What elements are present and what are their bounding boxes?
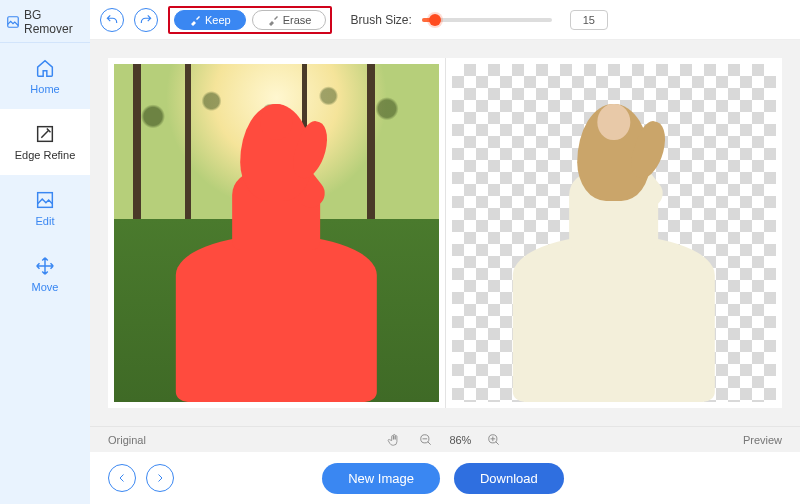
app-title-bar: BG Remover bbox=[0, 0, 90, 43]
redo-button[interactable] bbox=[134, 8, 158, 32]
undo-button[interactable] bbox=[100, 8, 124, 32]
edit-icon bbox=[34, 189, 56, 211]
sidebar-item-move[interactable]: Move bbox=[0, 241, 90, 307]
preview-image[interactable] bbox=[452, 64, 777, 402]
brush-size-slider[interactable] bbox=[422, 18, 552, 22]
erase-button[interactable]: Erase bbox=[252, 10, 327, 30]
brush-size-label: Brush Size: bbox=[350, 13, 411, 27]
canvas-area bbox=[90, 40, 800, 426]
redo-icon bbox=[139, 13, 153, 27]
status-center: 86% bbox=[160, 431, 729, 449]
toolbar: Keep Erase Brush Size: 15 bbox=[90, 0, 800, 40]
brush-erase-icon bbox=[267, 14, 279, 26]
footer-bar: New Image Download bbox=[90, 452, 800, 504]
erase-label: Erase bbox=[283, 14, 312, 26]
chevron-left-icon bbox=[116, 472, 128, 484]
sidebar-item-home[interactable]: Home bbox=[0, 43, 90, 109]
keep-erase-highlight: Keep Erase bbox=[168, 6, 332, 34]
sidebar-item-label: Edge Refine bbox=[15, 149, 76, 161]
brush-keep-icon bbox=[189, 14, 201, 26]
brush-size-value[interactable]: 15 bbox=[570, 10, 608, 30]
original-label: Original bbox=[108, 434, 146, 446]
sidebar-item-label: Home bbox=[30, 83, 59, 95]
svg-rect-2 bbox=[38, 193, 53, 208]
edge-refine-icon bbox=[34, 123, 56, 145]
preview-panel bbox=[445, 58, 783, 408]
app-root: BG Remover Home Edge Refine Edit Move bbox=[0, 0, 800, 504]
move-icon bbox=[34, 255, 56, 277]
sidebar-item-edge-refine[interactable]: Edge Refine bbox=[0, 109, 90, 175]
next-button[interactable] bbox=[146, 464, 174, 492]
subject-cutout bbox=[513, 98, 714, 402]
sidebar: BG Remover Home Edge Refine Edit Move bbox=[0, 0, 90, 504]
sidebar-item-label: Move bbox=[32, 281, 59, 293]
hand-icon bbox=[387, 433, 401, 447]
status-bar: Original 86% Preview bbox=[90, 426, 800, 452]
main-area: Keep Erase Brush Size: 15 bbox=[90, 0, 800, 504]
undo-icon bbox=[105, 13, 119, 27]
app-title: BG Remover bbox=[24, 8, 84, 36]
download-button[interactable]: Download bbox=[454, 463, 564, 494]
chevron-right-icon bbox=[154, 472, 166, 484]
pan-button[interactable] bbox=[385, 431, 403, 449]
zoom-in-button[interactable] bbox=[485, 431, 503, 449]
original-panel bbox=[108, 58, 445, 408]
footer-actions: New Image Download bbox=[184, 463, 702, 494]
zoom-in-icon bbox=[487, 433, 501, 447]
keep-label: Keep bbox=[205, 14, 231, 26]
sidebar-item-label: Edit bbox=[36, 215, 55, 227]
app-logo-icon bbox=[6, 15, 20, 29]
subject-mask bbox=[176, 98, 377, 402]
original-image[interactable] bbox=[114, 64, 439, 402]
keep-button[interactable]: Keep bbox=[174, 10, 246, 30]
zoom-out-icon bbox=[419, 433, 433, 447]
home-icon bbox=[34, 57, 56, 79]
new-image-button[interactable]: New Image bbox=[322, 463, 440, 494]
zoom-out-button[interactable] bbox=[417, 431, 435, 449]
zoom-level: 86% bbox=[449, 434, 471, 446]
slider-thumb[interactable] bbox=[429, 14, 441, 26]
tree-decoration bbox=[133, 64, 141, 219]
prev-button[interactable] bbox=[108, 464, 136, 492]
preview-label: Preview bbox=[743, 434, 782, 446]
sidebar-item-edit[interactable]: Edit bbox=[0, 175, 90, 241]
